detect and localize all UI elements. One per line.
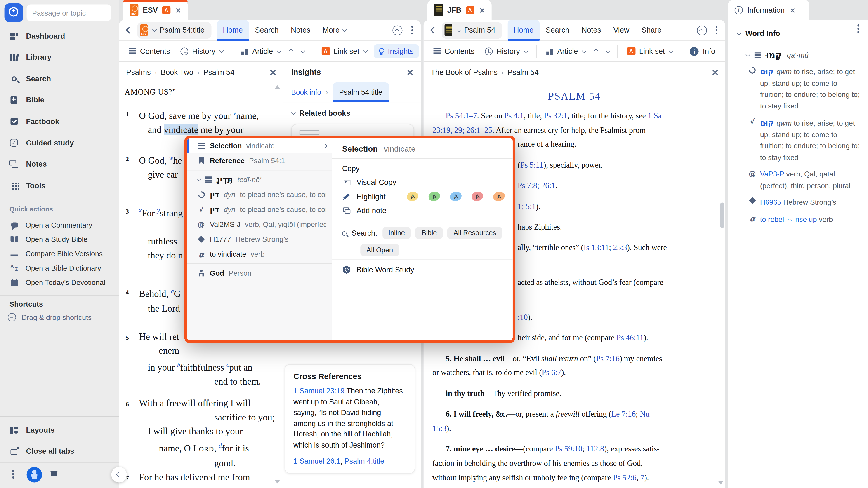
scripture-link[interactable]: Is 13:11	[584, 243, 609, 252]
history-button[interactable]: History	[482, 44, 530, 58]
footnote-letter[interactable]: c	[226, 361, 229, 367]
tab-esv[interactable]: ESV A	[123, 0, 188, 20]
highlight-button[interactable]: Highlight AAAAA	[332, 189, 515, 204]
scripture-link[interactable]: 1 Samuel 26:1	[293, 457, 340, 465]
word-info-item-1[interactable]: קוּם qwm to rise, arise; to get up, stan…	[728, 60, 868, 112]
scripture-link[interactable]: 1; 5:1	[518, 202, 536, 210]
close-icon[interactable]	[790, 7, 795, 12]
context-menu-item-God[interactable]: GodPerson	[187, 266, 332, 281]
scripture-link[interactable]: Ps 52:6	[613, 473, 637, 482]
back-icon[interactable]	[430, 27, 437, 34]
copy-button[interactable]: Copy	[332, 159, 515, 175]
logos-app-logo[interactable]	[4, 3, 23, 22]
scripture-link[interactable]: Le 7:16	[611, 410, 636, 418]
sidebar-item-factbook[interactable]: Factbook	[0, 111, 119, 132]
scripture-link[interactable]: :10	[518, 313, 528, 321]
tab-search[interactable]: Search	[249, 20, 285, 41]
search-inline-button[interactable]: Inline	[382, 227, 411, 239]
jfb-reference-picker[interactable]: Psalm 54	[442, 22, 502, 38]
scripture-link[interactable]: Ps 32:1	[544, 111, 567, 120]
scripture-link[interactable]: Ps 5:11	[520, 160, 544, 169]
previous-article-icon[interactable]	[289, 49, 293, 53]
next-article-icon[interactable]	[606, 48, 610, 53]
visual-copy-button[interactable]: Visual Copy	[332, 175, 515, 189]
quick-action-2[interactable]: Open a Study Bible	[0, 232, 119, 246]
scrollbar-thumb[interactable]	[720, 202, 724, 228]
insights-button[interactable]: Insights	[373, 44, 419, 58]
drag-drop-shortcuts[interactable]: Drag & drop shortcuts	[8, 313, 92, 322]
highlight-swatch-2[interactable]: A	[428, 191, 440, 202]
footnote-letter[interactable]: b	[177, 361, 180, 367]
word-info-item-2[interactable]: √קוּם qwm to rise, arise; to get up, sta…	[728, 112, 868, 163]
scripture-link[interactable]: Ps 7:16	[596, 354, 620, 363]
scripture-link[interactable]: Nu	[640, 410, 649, 418]
collapse-toolbar-icon[interactable]	[392, 25, 402, 35]
footnote-letter[interactable]: a	[171, 288, 174, 295]
close-icon[interactable]	[407, 69, 413, 75]
sidebar-item-bible[interactable]: Bible	[0, 90, 119, 110]
search-bible-button[interactable]: Bible	[415, 227, 443, 239]
sidebar-item-dashboard[interactable]: Dashboard	[0, 26, 119, 46]
search-all-open-button[interactable]: All Open	[360, 244, 399, 256]
sidebar-overflow-menu-icon[interactable]	[12, 473, 14, 475]
close-icon[interactable]	[176, 7, 181, 12]
tab-notes[interactable]: Notes	[285, 20, 316, 41]
history-button[interactable]: History	[177, 44, 225, 58]
tab-view[interactable]: View	[607, 20, 636, 41]
tab-notes[interactable]: Notes	[576, 20, 607, 41]
tab-share[interactable]: Share	[636, 20, 668, 41]
footnote-letter[interactable]: d	[219, 442, 222, 449]
close-icon[interactable]	[270, 69, 276, 75]
scripture-link[interactable]: 23:19, 29; 26:1–25	[432, 125, 492, 134]
close-all-tabs-button[interactable]: Close all tabs	[0, 440, 119, 461]
sidebar-item-notes[interactable]: Notes	[0, 154, 119, 175]
panel-menu-icon[interactable]	[715, 29, 717, 31]
sidebar-item-tools[interactable]: Tools	[0, 175, 119, 196]
article-button[interactable]: Article	[238, 44, 283, 58]
highlight-swatch-4[interactable]: A	[471, 191, 484, 202]
context-menu-item-Val2MS-J[interactable]: @Val2MS-Jverb, Qal, yiqtōl (imperfec…	[187, 217, 332, 232]
scripture-link[interactable]: Ps 59:10	[555, 445, 582, 453]
scroll-down-arrow[interactable]	[275, 480, 280, 484]
scripture-link[interactable]: 7	[640, 473, 645, 482]
quick-action-1[interactable]: Open a Commentary	[0, 217, 119, 232]
breadcrumb-segment[interactable]: Psalm 54	[507, 68, 539, 76]
context-menu-item-Reference[interactable]: ReferencePsalm 54:1	[187, 153, 332, 168]
panel-menu-icon[interactable]	[857, 28, 859, 30]
collapse-sidebar-button[interactable]	[111, 467, 127, 483]
sidebar-item-library[interactable]: Library	[0, 47, 119, 68]
tab-search[interactable]: Search	[539, 20, 576, 41]
article-button[interactable]: Article	[543, 44, 588, 58]
scripture-link[interactable]: Ps 54:1–7	[445, 111, 477, 120]
context-menu-item-to vindicate[interactable]: αto vindicateverb	[187, 247, 332, 262]
next-article-icon[interactable]	[301, 48, 305, 53]
panel-menu-icon[interactable]	[411, 29, 413, 31]
back-icon[interactable]	[126, 27, 133, 34]
breadcrumb-segment[interactable]: Psalms	[126, 68, 151, 76]
scripture-link[interactable]: Psalm 4:title	[344, 457, 384, 465]
highlight-swatch-3[interactable]: A	[449, 191, 462, 202]
insights-active-tab[interactable]: Psalm 54:title	[333, 82, 389, 102]
scripture-link[interactable]: 15:3	[432, 424, 446, 432]
scripture-link[interactable]: Ps 6:7	[542, 368, 561, 377]
context-menu-item-H1777[interactable]: H1777Hebrew Strong’s	[187, 232, 332, 247]
context-menu-item-דין[interactable]: דיןdynto plead one’s cause, to con…	[187, 187, 332, 202]
code-link[interactable]: H6965	[760, 198, 783, 206]
context-menu-item-Selection[interactable]: Selectionvindicate	[187, 138, 332, 153]
passage-search-input[interactable]	[27, 4, 112, 21]
contents-button[interactable]: Contents	[430, 44, 478, 58]
footnote-letter[interactable]: y	[157, 207, 160, 214]
previous-article-icon[interactable]	[594, 49, 598, 53]
scripture-link[interactable]: 112:8	[586, 445, 604, 453]
tab-home[interactable]: Home	[217, 20, 249, 41]
sidebar-item-search[interactable]: Search	[0, 68, 119, 89]
info-button[interactable]: i Info	[687, 44, 719, 59]
scripture-link[interactable]: 1 Samuel 23:19	[293, 387, 344, 395]
context-menu-item-תְּדִינֵ[interactable]: תְּדִינֵṯeḏî·nē′	[187, 172, 332, 187]
close-icon[interactable]	[479, 7, 484, 12]
scroll-up-arrow[interactable]	[275, 85, 280, 89]
scripture-link[interactable]: Ps 46:11	[616, 333, 644, 342]
selected-word[interactable]: vindicate	[164, 125, 198, 135]
collapse-toolbar-icon[interactable]	[697, 25, 707, 35]
breadcrumb-segment[interactable]: Psalm 54	[204, 68, 235, 76]
